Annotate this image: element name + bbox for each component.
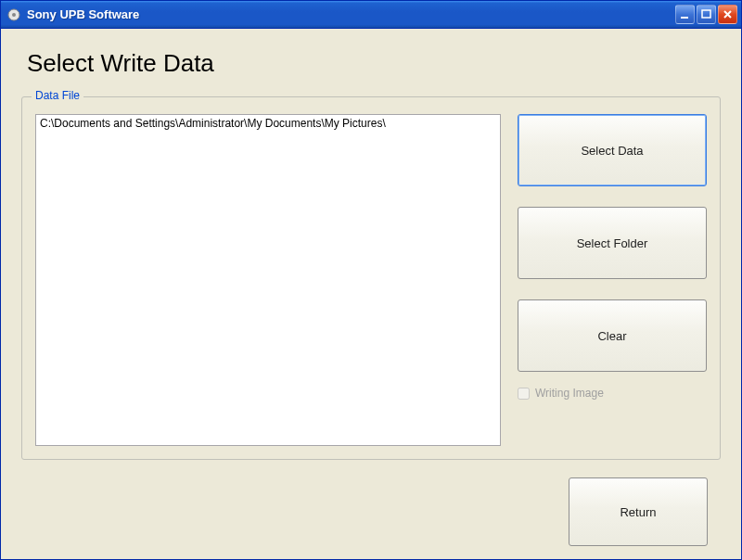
group-inner: C:\Documents and Settings\Administrator\… (35, 114, 707, 446)
titlebar-text: Sony UPB Software (27, 7, 675, 21)
file-list[interactable]: C:\Documents and Settings\Administrator\… (35, 114, 501, 446)
writing-image-row: Writing Image (518, 387, 707, 400)
writing-image-checkbox[interactable] (518, 388, 530, 400)
clear-button[interactable]: Clear (518, 299, 707, 372)
return-button[interactable]: Return (569, 477, 708, 546)
button-column: Select Data Select Folder Clear Writing … (518, 114, 707, 446)
content-area: Select Write Data Data File C:\Documents… (1, 29, 741, 559)
titlebar: Sony UPB Software (1, 1, 741, 29)
title-controls (675, 5, 737, 24)
select-folder-button[interactable]: Select Folder (518, 207, 707, 279)
return-row: Return (569, 477, 708, 546)
select-data-button[interactable]: Select Data (518, 114, 707, 186)
data-file-group: Data File C:\Documents and Settings\Admi… (21, 96, 721, 460)
list-item[interactable]: C:\Documents and Settings\Administrator\… (40, 117, 496, 130)
page-title: Select Write Data (27, 49, 719, 78)
close-button[interactable] (718, 5, 737, 24)
svg-rect-2 (681, 17, 688, 19)
app-window: Sony UPB Software Select Write Data Data… (0, 0, 742, 560)
maximize-button[interactable] (697, 5, 716, 24)
svg-point-1 (12, 13, 16, 17)
minimize-button[interactable] (675, 5, 695, 24)
group-legend: Data File (32, 89, 83, 102)
writing-image-label: Writing Image (535, 387, 604, 400)
svg-rect-3 (702, 10, 710, 18)
app-icon (6, 7, 21, 22)
